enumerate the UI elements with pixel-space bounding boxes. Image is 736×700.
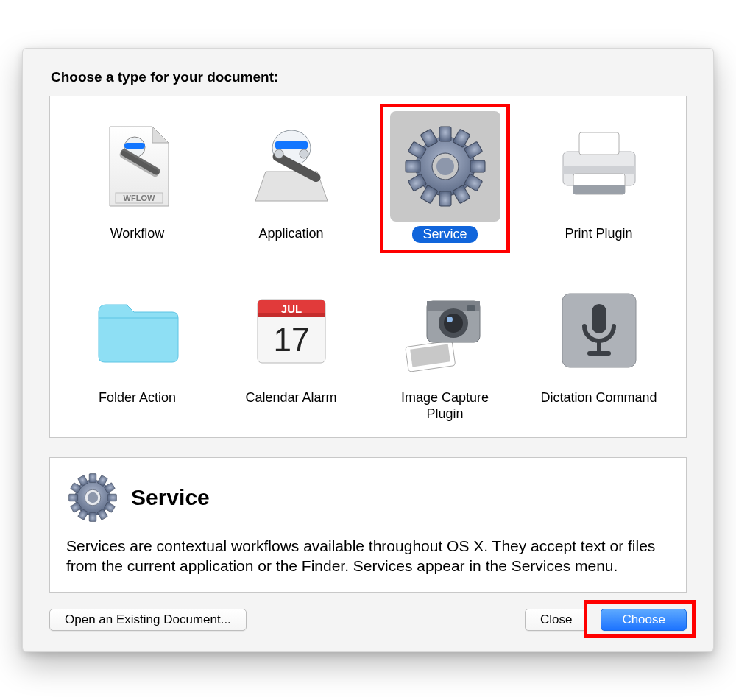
- svg-rect-13: [439, 127, 451, 141]
- type-label-application: Application: [258, 226, 323, 242]
- microphone-icon: [544, 275, 654, 386]
- type-option-workflow[interactable]: WFLOW Workflow: [60, 108, 214, 247]
- type-label-image-capture-plugin: Image Capture Plugin: [383, 390, 508, 422]
- type-option-calendar-alarm[interactable]: JUL 17 Calendar Alarm: [214, 272, 368, 425]
- type-option-service[interactable]: Service: [368, 108, 522, 247]
- svg-text:17: 17: [273, 322, 309, 358]
- sheet-header: Choose a type for your document:: [51, 69, 687, 85]
- type-option-application[interactable]: Application: [214, 108, 368, 247]
- svg-point-15: [436, 158, 454, 175]
- printer-icon: [544, 111, 654, 222]
- svg-rect-8: [275, 141, 308, 149]
- document-type-grid: WFLOW Workflow: [60, 108, 676, 425]
- workflow-icon: WFLOW: [82, 111, 193, 222]
- type-option-dictation-command[interactable]: Dictation Command: [522, 272, 676, 425]
- svg-point-11: [300, 149, 308, 158]
- svg-rect-3: [124, 143, 145, 149]
- choose-button[interactable]: Choose: [601, 609, 687, 631]
- type-label-folder-action: Folder Action: [99, 390, 176, 406]
- description-title: Service: [131, 485, 210, 510]
- new-document-sheet: Choose a type for your document:: [22, 48, 714, 652]
- svg-rect-20: [573, 185, 625, 194]
- type-option-folder-action[interactable]: Folder Action: [60, 272, 214, 425]
- camera-icon: [390, 275, 500, 386]
- type-label-service: Service: [412, 226, 477, 244]
- gear-icon: [66, 471, 119, 524]
- close-button[interactable]: Close: [525, 609, 587, 631]
- open-existing-document-button[interactable]: Open an Existing Document...: [49, 609, 247, 631]
- type-label-print-plugin: Print Plugin: [565, 226, 632, 242]
- svg-rect-17: [579, 132, 619, 155]
- folder-icon: [82, 275, 193, 386]
- type-option-image-capture-plugin[interactable]: Image Capture Plugin: [368, 272, 522, 425]
- document-type-grid-panel: WFLOW Workflow: [49, 96, 687, 438]
- type-label-dictation-command: Dictation Command: [540, 390, 657, 406]
- svg-rect-35: [592, 304, 606, 333]
- svg-rect-18: [563, 166, 635, 174]
- service-icon: [390, 111, 500, 222]
- svg-point-31: [444, 314, 463, 333]
- type-label-workflow: Workflow: [110, 226, 165, 242]
- description-body: Services are contextual workflows availa…: [66, 536, 670, 576]
- svg-point-10: [275, 149, 283, 158]
- svg-point-32: [447, 317, 453, 322]
- description-panel: Service Services are contextual workflow…: [49, 457, 687, 593]
- svg-point-41: [88, 492, 98, 502]
- svg-rect-36: [597, 341, 601, 351]
- application-icon: [236, 111, 347, 222]
- svg-rect-33: [467, 305, 475, 311]
- svg-text:WFLOW: WFLOW: [123, 194, 155, 202]
- svg-rect-37: [587, 351, 611, 356]
- sheet-footer: Open an Existing Document... Close Choos…: [49, 609, 687, 631]
- svg-rect-39: [89, 473, 96, 482]
- type-option-print-plugin[interactable]: Print Plugin: [522, 108, 676, 247]
- type-label-calendar-alarm: Calendar Alarm: [245, 390, 336, 406]
- svg-text:JUL: JUL: [280, 303, 301, 315]
- calendar-icon: JUL 17: [236, 275, 347, 386]
